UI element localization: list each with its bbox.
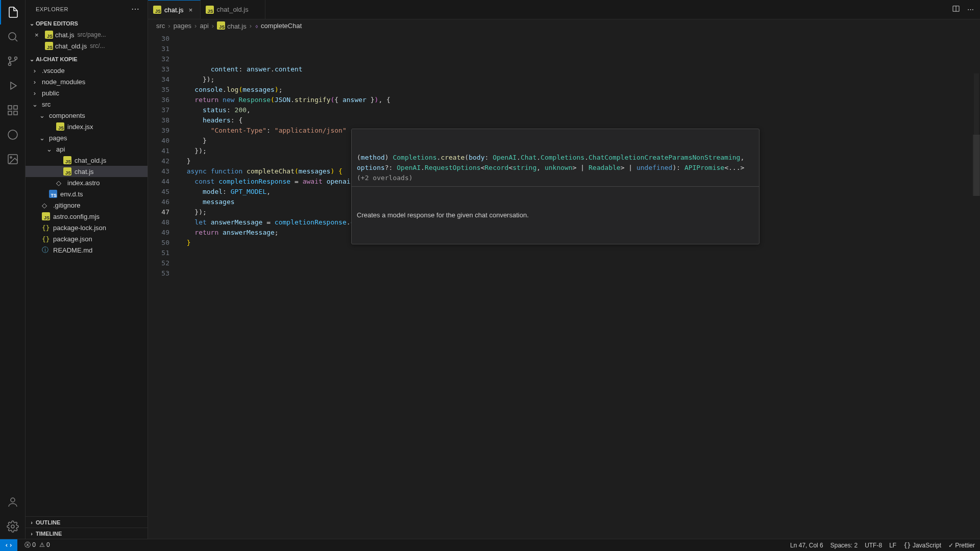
status-bar: ⓧ 0 ⚠ 0 Ln 47, Col 6 Spaces: 2 UTF-8 LF …: [0, 539, 980, 551]
code-line[interactable]: headers: {: [179, 115, 980, 126]
info-file-icon: ⓘ: [42, 245, 50, 255]
tree-item-label: package-lock.json: [53, 224, 106, 232]
tree-file[interactable]: ·JSastro.config.mjs: [26, 211, 148, 222]
line-number: 30: [148, 34, 169, 44]
line-number: 35: [148, 85, 169, 95]
tree-item-label: README.md: [53, 246, 92, 254]
tab-more-icon[interactable]: ⋯: [967, 6, 974, 13]
breadcrumb-segment[interactable]: JSchat.js: [217, 21, 247, 30]
remote-indicator[interactable]: [0, 539, 17, 552]
line-number: 31: [148, 44, 169, 54]
line-number: 49: [148, 228, 169, 238]
js-file-icon: JS: [153, 6, 161, 14]
section-timeline[interactable]: › TIMELINE: [26, 528, 148, 539]
code-line[interactable]: content: answer.content: [179, 64, 980, 74]
open-editor-item[interactable]: ×JSchat.jssrc/page...: [26, 29, 148, 40]
breadcrumb-segment[interactable]: pages: [174, 22, 191, 30]
breadcrumb-segment[interactable]: api: [200, 22, 208, 30]
section-label: TIMELINE: [36, 531, 62, 537]
split-editor-icon[interactable]: [952, 5, 960, 14]
sidebar-title: EXPLORER: [36, 6, 68, 12]
line-number: 44: [148, 177, 169, 187]
json-file-icon: {}: [42, 224, 50, 232]
tree-file[interactable]: ·JSindex.jsx: [26, 121, 148, 132]
breadcrumbs[interactable]: src›pages›api›JSchat.js›⬨completeChat: [148, 19, 980, 33]
chevron-down-icon: ⌄: [45, 145, 53, 153]
code-line[interactable]: });: [179, 74, 980, 85]
status-spaces[interactable]: Spaces: 2: [830, 542, 857, 549]
activity-settings[interactable]: [0, 514, 26, 539]
section-label: OUTLINE: [36, 519, 60, 525]
chevron-down-icon: ⌄: [38, 134, 46, 142]
svg-point-1: [9, 57, 11, 60]
activity-explorer[interactable]: [0, 0, 26, 24]
open-editor-item[interactable]: JSchat_old.jssrc/...: [26, 40, 148, 52]
tree-file[interactable]: ·JSchat.js: [26, 166, 148, 177]
tree-file[interactable]: ·TSenv.d.ts: [26, 188, 148, 199]
tree-folder[interactable]: ›node_modules: [26, 76, 148, 87]
line-number: 40: [148, 136, 169, 146]
error-icon: ⓧ: [24, 541, 31, 548]
code-line[interactable]: console.log(messages);: [179, 85, 980, 95]
status-language[interactable]: {} JavaScript: [903, 542, 941, 549]
status-problems[interactable]: ⓧ 0 ⚠ 0: [24, 541, 50, 549]
file-name: chat.js: [55, 31, 75, 39]
tree-folder[interactable]: ⌄src: [26, 98, 148, 110]
section-outline[interactable]: › OUTLINE: [26, 516, 148, 528]
activity-bar: [0, 0, 26, 539]
sidebar-more-icon[interactable]: ⋯: [131, 4, 140, 14]
svg-rect-4: [8, 106, 12, 109]
activity-search[interactable]: [0, 24, 26, 49]
status-prettier[interactable]: ✓ Prettier: [948, 542, 975, 549]
breadcrumb-segment[interactable]: ⬨completeChat: [255, 22, 302, 30]
code-editor[interactable]: 3031323334353637383940414243444546474849…: [148, 33, 980, 539]
tree-file[interactable]: ·JSchat_old.js: [26, 155, 148, 166]
tree-folder[interactable]: ›public: [26, 87, 148, 98]
line-number: 47: [148, 207, 169, 217]
chevron-right-icon: ›: [28, 519, 36, 525]
tree-folder[interactable]: ⌄components: [26, 110, 148, 121]
activity-extensions[interactable]: [0, 98, 26, 122]
chevron-right-icon: ›: [31, 78, 39, 86]
tree-item-label: env.d.ts: [60, 190, 83, 198]
activity-extra-2[interactable]: [0, 147, 26, 171]
close-icon[interactable]: ×: [187, 6, 195, 14]
activity-source-control[interactable]: [0, 49, 26, 73]
tab-label: chat_old.js: [217, 6, 249, 13]
section-label: OPEN EDITORS: [36, 20, 78, 27]
activity-extra-1[interactable]: [0, 122, 26, 147]
scrollbar-thumb[interactable]: [973, 135, 980, 196]
code-line[interactable]: return new Response(JSON.stringify({ ans…: [179, 95, 980, 105]
svg-point-0: [9, 33, 16, 40]
tree-folder[interactable]: ⌄pages: [26, 132, 148, 143]
line-number: 50: [148, 238, 169, 248]
section-open-editors[interactable]: ⌄ OPEN EDITORS: [26, 18, 148, 29]
editor-tab[interactable]: JSchat_old.js: [201, 0, 265, 19]
js-file-icon: JS: [63, 156, 71, 164]
hover-overloads: (+2 overloads): [357, 173, 754, 183]
file-icon: ◇: [42, 202, 50, 209]
activity-debug[interactable]: [0, 73, 26, 98]
line-number: 52: [148, 258, 169, 268]
image-icon: [7, 153, 19, 165]
section-project[interactable]: ⌄ AI-CHAT KOPIE: [26, 54, 148, 65]
tree-folder[interactable]: ›.vscode: [26, 65, 148, 76]
svg-point-8: [8, 130, 17, 139]
js-file-icon: JS: [42, 212, 50, 220]
tree-file[interactable]: ·ⓘREADME.md: [26, 244, 148, 256]
svg-point-3: [15, 57, 17, 60]
tree-file[interactable]: ·{}package.json: [26, 233, 148, 244]
close-icon[interactable]: ×: [35, 31, 43, 39]
status-cursor[interactable]: Ln 47, Col 6: [790, 542, 823, 549]
tree-folder[interactable]: ⌄api: [26, 143, 148, 155]
activity-account[interactable]: [0, 490, 26, 514]
minimap[interactable]: [973, 33, 980, 539]
editor-tab[interactable]: JSchat.js×: [148, 0, 201, 19]
status-eol[interactable]: LF: [889, 542, 896, 549]
tree-file[interactable]: ·{}package-lock.json: [26, 222, 148, 233]
breadcrumb-segment[interactable]: src: [156, 22, 165, 30]
code-line[interactable]: status: 200,: [179, 105, 980, 115]
status-encoding[interactable]: UTF-8: [865, 542, 882, 549]
tree-file[interactable]: ·◇index.astro: [26, 177, 148, 188]
tree-file[interactable]: ·◇.gitignore: [26, 199, 148, 211]
